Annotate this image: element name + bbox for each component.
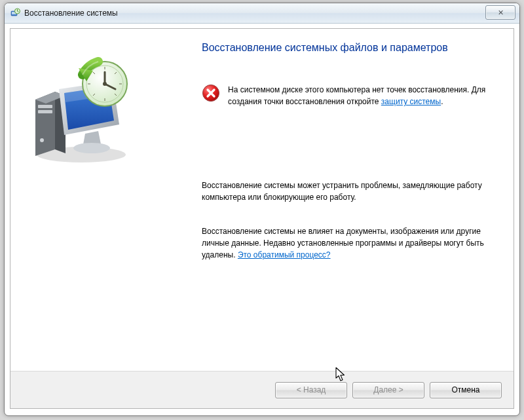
system-restore-window: Восстановление системы ✕ [4, 3, 520, 416]
titlebar: Восстановление системы ✕ [5, 3, 519, 24]
error-text-after: . [441, 97, 443, 106]
system-restore-illustration [28, 56, 139, 168]
svg-point-6 [40, 138, 44, 142]
info-paragraph-2: Восстановление системы не влияет на доку… [202, 225, 494, 261]
content-region: Восстановление системных файлов и параме… [10, 29, 514, 372]
error-block: На системном диске этого компьютера нет … [202, 84, 494, 107]
wizard-footer: < Назад Далее > Отмена [10, 371, 514, 408]
system-protection-link[interactable]: защиту системы [381, 97, 441, 106]
mouse-cursor [335, 367, 347, 385]
window-title: Восстановление системы [24, 9, 118, 18]
cancel-button[interactable]: Отмена [430, 382, 502, 398]
svg-rect-4 [38, 105, 52, 108]
illustration-column [10, 29, 176, 372]
close-icon: ✕ [498, 9, 504, 17]
info-paragraph-1: Восстановление системы может устранить п… [202, 180, 494, 203]
page-heading: Восстановление системных файлов и параме… [202, 42, 494, 54]
close-button[interactable]: ✕ [485, 5, 515, 20]
reversible-process-link[interactable]: Это обратимый процесс? [238, 250, 331, 259]
text-column: Восстановление системных файлов и параме… [176, 29, 514, 372]
svg-point-7 [73, 143, 110, 153]
next-button: Далее > [352, 382, 424, 398]
error-icon [202, 84, 220, 104]
svg-point-20 [103, 82, 107, 86]
system-restore-icon [10, 8, 20, 18]
error-message: На системном диске этого компьютера нет … [228, 84, 494, 107]
error-text-before: На системном диске этого компьютера нет … [228, 85, 485, 106]
svg-rect-5 [38, 110, 52, 113]
client-area: Восстановление системных файлов и параме… [10, 28, 514, 409]
